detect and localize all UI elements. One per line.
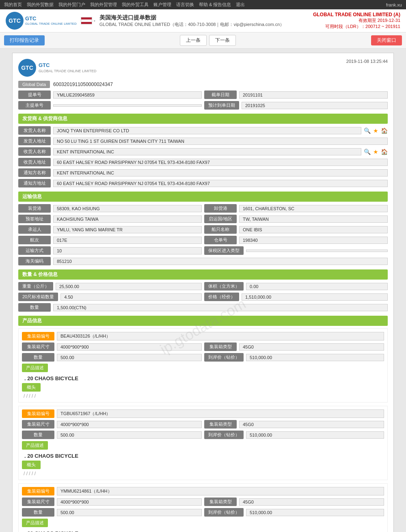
price-value: 1,510,000.00 [242, 293, 388, 301]
voyage-label: 航次 [18, 236, 51, 244]
bill-no-col: 提单号 YMLUE209045859 [18, 90, 202, 99]
transport-mode-value: 10 [53, 247, 202, 254]
top-navigation: 我的首页 我的外贸数据 我的外贸门户 我的外贸管理 我的外贸工具 账户管理 语言… [0, 0, 406, 9]
nav-portal[interactable]: 我的外贸门户 [58, 2, 85, 8]
bonded-label: 保税区进入类型 [204, 246, 244, 255]
valid-until: 有效期至 2019-12-31 [313, 17, 400, 24]
quantity-section-header: 数量 & 价格信息 [18, 269, 388, 280]
container-item-1: 集装箱编号 TGBU6571967（/L/HH） 集装箱尺寸 4000*900*… [18, 406, 388, 480]
discharge-port-label: 卸货港 [204, 204, 237, 213]
product-desc-btn-1[interactable]: 产品描述 [22, 441, 48, 450]
consignee-name-label: 收货人名称 [18, 147, 51, 156]
shipper-name-value: JONQ TYAN ENTERPRISE CO LTD [53, 127, 361, 134]
logo-label: GTC GLOBAL TRADE ONLINE LIMITED [25, 16, 77, 25]
customs-code-row: 海关编码 851210 [18, 257, 388, 265]
nav-help[interactable]: 帮助 & 报告信息 [199, 2, 231, 8]
consignee-addr-row: 收货人地址 60 EAST HALSEY ROAD PARSIPPANY NJ … [18, 158, 388, 166]
user-info: frank.xu [386, 2, 402, 7]
shipper-name-label: 发货人名称 [18, 126, 51, 135]
voyage-value: 017E [53, 237, 202, 244]
consignee-home-icon[interactable]: 🏠 [381, 149, 388, 155]
nav-home[interactable]: 我的首页 [4, 2, 22, 8]
view-btn-0[interactable]: 概头 [22, 383, 41, 392]
quantity-row2: 20尺标准箱数量 4.50 价格（经价） 1,510,000.00 [18, 293, 388, 301]
next-button-top[interactable]: 下一条 [209, 35, 236, 46]
logo: GTC GTC GLOBAL TRADE ONLINE LIMITED [6, 12, 77, 30]
container-no-value-0: BEAU4303126（/L/HH） [57, 332, 384, 340]
shipper-home-icon[interactable]: 🏠 [381, 127, 388, 134]
customs-code-value: 851210 [53, 258, 388, 265]
quantity-row1: 重量（公斤） 25,500.00 体积（立方米） 0.00 [18, 282, 388, 291]
volume-value: 0.00 [246, 283, 388, 290]
dest-value: KAOHSIUNG TAIWA [53, 215, 202, 223]
container-type-value-1: 45G0 [239, 421, 384, 428]
plan-date-col: 预计到单日期 20191025 [204, 101, 388, 110]
global-data-label: Global Data [18, 81, 50, 88]
bill-lading-label: 仓单号 [204, 236, 237, 244]
nav-language[interactable]: 语言切换 [176, 2, 194, 8]
loading-port-value: 58309, KAO HSIUNG [53, 205, 202, 212]
container-no-row-0: 集装箱编号 BEAU4303126（/L/HH） [22, 332, 384, 340]
shipper-name-row: 发货人名称 JONQ TYAN ENTERPRISE CO LTD 🔍 ★ 🏠 [18, 126, 388, 135]
carrier-value: YMLU, YANG MING MARINE TR [53, 226, 202, 233]
shipper-search-icon[interactable]: 🔍 [364, 127, 371, 134]
container-type-value-0: 45G0 [239, 343, 384, 351]
container-price-label-1: 到岸价（钻价） [204, 431, 244, 439]
consignee-search-icon[interactable]: 🔍 [364, 149, 371, 155]
container-price-value-1: 510,000.00 [246, 431, 384, 439]
product-desc-section-1: 产品描述 . 20 CHAOS BICYCLE 概头 / / / / / [22, 441, 384, 476]
shipper-section: 发货商 & 供货商信息 发货人名称 JONQ TYAN ENTERPRISE C… [18, 114, 388, 187]
product-section-header: 产品信息 [18, 316, 388, 326]
view-btn-1[interactable]: 概头 [22, 461, 41, 469]
quantity-value: 1,500.00(CTN) [53, 304, 388, 311]
transport-mode-label: 运输方式 [18, 246, 51, 255]
site-info: 美国海关进口提单数据 GLOBAL TRADE ONLINE LIMITED（电… [99, 14, 285, 28]
notify-name-value: KENT INTERNATIONAL INC [53, 169, 388, 177]
global-data-section: Global Data 6003201911050000024347 提单号 Y… [18, 81, 388, 110]
flag-box: - [81, 17, 95, 24]
notify-name-row: 通知方名称 KENT INTERNATIONAL INC [18, 168, 388, 177]
origin-value: TW, TAIWAN [239, 215, 388, 223]
container-no-row-1: 集装箱编号 TGBU6571967（/L/HH） [22, 409, 384, 418]
notify-addr-value: 60 EAST HALSEY ROAD PARSIPPANY NJ 07054 … [53, 180, 388, 187]
shipper-star-icon[interactable]: ★ [373, 127, 378, 134]
product-desc-section-2: 产品描述 . 20 CHAOS BICYCLE 概头 / / / / / [22, 519, 384, 532]
container-no-row-2: 集装箱编号 YMMU6214861（/L/HH） [22, 487, 384, 495]
prev-button-top[interactable]: 上一条 [180, 35, 207, 46]
cut-date-col: 截单日期 20191101 [204, 90, 388, 99]
transport-row5: 运输方式 10 保税区进入类型 [18, 246, 388, 255]
container-price-value-0: 510,000.00 [246, 354, 384, 361]
nav-trade-data[interactable]: 我的外贸数据 [27, 2, 54, 8]
container-details-1: 集装箱尺寸 4000*900*900 集装箱类型 45G0 [22, 420, 384, 429]
product-desc-btn-2[interactable]: 产品描述 [22, 519, 48, 527]
close-button-top[interactable]: 关闭窗口 [371, 35, 402, 45]
plan-date-value: 20191025 [242, 102, 388, 109]
nav-tools[interactable]: 我的外贸工具 [122, 2, 149, 8]
action-bar-top: 打印报告记录 上一条 下一条 关闭窗口 [0, 32, 406, 49]
master-bill-col: 主提单号 [18, 101, 202, 110]
site-title: 美国海关进口提单数据 [99, 14, 285, 22]
shipper-addr-label: 发货人地址 [18, 137, 51, 145]
container-qty-value-0: 500.00 [57, 354, 202, 361]
notify-name-label: 通知方名称 [18, 168, 51, 177]
nav-management[interactable]: 我的外贸管理 [90, 2, 117, 8]
nav-links[interactable]: 我的首页 我的外贸数据 我的外贸门户 我的外贸管理 我的外贸工具 账户管理 语言… [4, 2, 245, 8]
container-no-value-1: TGBU6571967（/L/HH） [57, 409, 384, 418]
master-bill-row: 主提单号 预计到单日期 20191025 [18, 101, 388, 110]
origin-label: 启运国/地区 [204, 215, 237, 223]
product-desc-text-2: . 20 CHAOS BICYCLE [24, 530, 384, 532]
container-no-label-1: 集装箱编号 [22, 409, 54, 418]
company-name: GLOBAL TRADE ONLINE LIMITED (A) [313, 12, 400, 17]
consignee-star-icon[interactable]: ★ [373, 149, 378, 155]
bonded-value [246, 250, 388, 252]
notify-addr-label: 通知方地址 [18, 179, 51, 187]
flag-icon [81, 17, 92, 24]
nav-account[interactable]: 账户管理 [153, 2, 171, 8]
product-desc-btn-0[interactable]: 产品描述 [22, 364, 48, 372]
customs-code-label: 海关编码 [18, 257, 51, 265]
container-price-value-2: 510,000.00 [246, 509, 384, 516]
container-type-label-2: 集装箱类型 [204, 498, 237, 506]
shipper-section-header: 发货商 & 供货商信息 [18, 114, 388, 124]
nav-logout[interactable]: 退出 [236, 2, 245, 8]
print-button-top[interactable]: 打印报告记录 [4, 35, 45, 45]
